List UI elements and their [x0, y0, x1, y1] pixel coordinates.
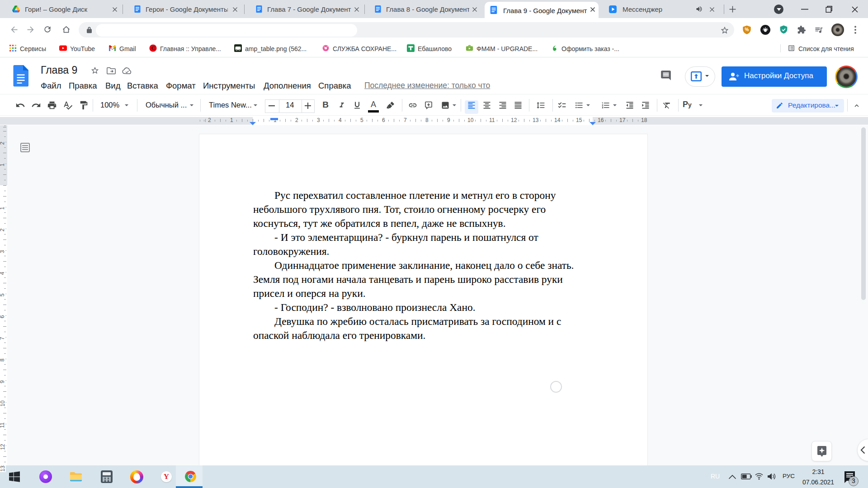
svg-text:C: C: [151, 45, 155, 51]
svg-text:%: %: [745, 27, 749, 32]
